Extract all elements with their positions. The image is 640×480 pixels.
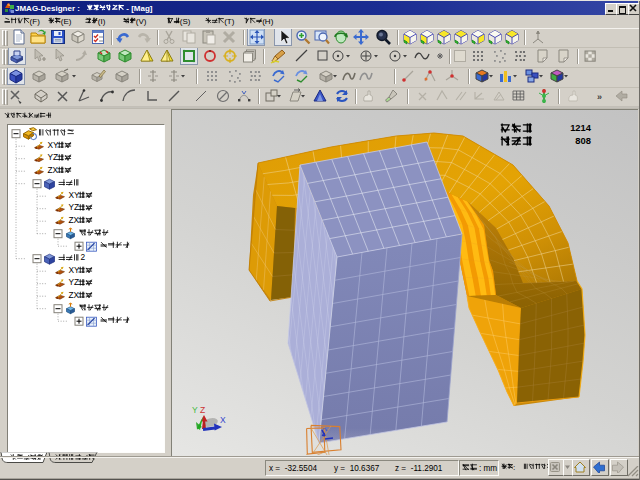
- svg-text:: mm: : mm: [479, 463, 497, 472]
- svg-text:YZ: YZ: [69, 202, 80, 212]
- svg-text:YZ: YZ: [48, 152, 59, 162]
- svg-text:(F): (F): [30, 17, 41, 26]
- svg-text:JMAG-Designer :: JMAG-Designer :: [15, 4, 82, 13]
- svg-text:(V): (V): [136, 17, 147, 26]
- svg-text:YZ: YZ: [69, 277, 80, 287]
- svg-text:(H): (H): [262, 17, 273, 26]
- svg-text:808: 808: [575, 135, 591, 146]
- svg-text:»: »: [597, 92, 602, 102]
- svg-text:XY: XY: [69, 265, 81, 275]
- svg-text:(T): (T): [224, 17, 235, 26]
- svg-text:(E): (E): [61, 17, 72, 26]
- svg-text:x = -32.5504: x = -32.5504: [269, 464, 317, 473]
- svg-text:Z: Z: [200, 405, 205, 415]
- svg-text:ZX: ZX: [69, 215, 80, 225]
- svg-text:- [Mag]: - [Mag]: [124, 4, 153, 13]
- svg-text:(I): (I): [98, 17, 106, 26]
- svg-text:ZX: ZX: [69, 290, 80, 300]
- svg-text:XY: XY: [48, 140, 60, 150]
- svg-text:X: X: [220, 415, 226, 425]
- svg-text:1214: 1214: [570, 122, 592, 133]
- svg-text:2: 2: [80, 252, 85, 262]
- svg-text:(S): (S): [180, 17, 191, 26]
- svg-text:XY: XY: [69, 190, 81, 200]
- svg-text:ZX: ZX: [48, 165, 59, 175]
- svg-text:y = 10.6367: y = 10.6367: [334, 464, 380, 473]
- svg-text::: :: [513, 463, 518, 472]
- svg-text:z = -11.2901: z = -11.2901: [395, 464, 443, 473]
- svg-text:Y: Y: [192, 405, 198, 415]
